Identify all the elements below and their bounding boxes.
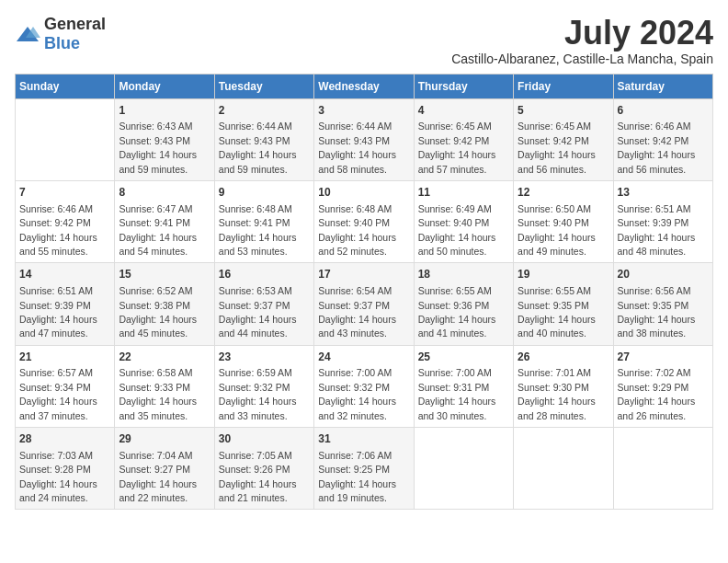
day-info: Sunrise: 7:03 AM Sunset: 9:28 PM Dayligh…	[19, 450, 97, 503]
day-info: Sunrise: 6:45 AM Sunset: 9:42 PM Dayligh…	[418, 121, 496, 174]
calendar-cell: 6Sunrise: 6:46 AM Sunset: 9:42 PM Daylig…	[613, 98, 712, 180]
day-number: 9	[219, 185, 310, 201]
day-number: 1	[119, 103, 210, 119]
day-info: Sunrise: 7:04 AM Sunset: 9:27 PM Dayligh…	[119, 450, 197, 503]
day-info: Sunrise: 6:44 AM Sunset: 9:43 PM Dayligh…	[219, 121, 297, 174]
logo-icon	[15, 25, 40, 43]
calendar-cell: 5Sunrise: 6:45 AM Sunset: 9:42 PM Daylig…	[514, 98, 613, 180]
calendar-cell	[514, 428, 613, 510]
day-info: Sunrise: 6:55 AM Sunset: 9:36 PM Dayligh…	[418, 285, 496, 339]
day-number: 30	[219, 431, 310, 447]
day-info: Sunrise: 6:56 AM Sunset: 9:35 PM Dayligh…	[618, 285, 696, 339]
day-number: 18	[418, 267, 509, 282]
column-header-tuesday: Tuesday	[214, 74, 313, 98]
day-number: 23	[219, 350, 310, 365]
day-info: Sunrise: 7:06 AM Sunset: 9:25 PM Dayligh…	[318, 450, 396, 503]
day-info: Sunrise: 6:59 AM Sunset: 9:32 PM Dayligh…	[219, 367, 297, 420]
day-number: 10	[318, 185, 409, 201]
logo-general: General	[44, 15, 106, 33]
day-number: 29	[119, 431, 210, 447]
header: General Blue July 2024 Castillo-Albarane…	[15, 15, 713, 66]
day-info: Sunrise: 6:48 AM Sunset: 9:41 PM Dayligh…	[219, 203, 297, 257]
column-header-thursday: Thursday	[414, 74, 513, 98]
day-info: Sunrise: 6:51 AM Sunset: 9:39 PM Dayligh…	[19, 285, 97, 339]
day-number: 26	[518, 350, 609, 365]
day-number: 27	[618, 350, 709, 365]
day-number: 4	[418, 103, 509, 119]
calendar-cell: 12Sunrise: 6:50 AM Sunset: 9:40 PM Dayli…	[514, 180, 613, 262]
day-info: Sunrise: 6:50 AM Sunset: 9:40 PM Dayligh…	[518, 203, 596, 257]
calendar-cell: 13Sunrise: 6:51 AM Sunset: 9:39 PM Dayli…	[613, 180, 712, 262]
day-number: 31	[318, 431, 409, 447]
day-info: Sunrise: 6:53 AM Sunset: 9:37 PM Dayligh…	[219, 285, 297, 339]
day-number: 11	[418, 185, 509, 201]
calendar-cell: 21Sunrise: 6:57 AM Sunset: 9:34 PM Dayli…	[16, 345, 115, 427]
day-info: Sunrise: 6:57 AM Sunset: 9:34 PM Dayligh…	[19, 367, 97, 420]
day-number: 20	[618, 267, 709, 282]
day-info: Sunrise: 7:02 AM Sunset: 9:29 PM Dayligh…	[618, 367, 696, 420]
day-number: 19	[518, 267, 609, 282]
day-info: Sunrise: 6:48 AM Sunset: 9:40 PM Dayligh…	[318, 203, 396, 257]
main-title: July 2024	[451, 15, 713, 52]
day-number: 12	[518, 185, 609, 201]
day-info: Sunrise: 6:46 AM Sunset: 9:42 PM Dayligh…	[19, 203, 97, 257]
calendar-cell	[414, 428, 513, 510]
week-row-2: 7Sunrise: 6:46 AM Sunset: 9:42 PM Daylig…	[16, 180, 713, 262]
day-info: Sunrise: 6:58 AM Sunset: 9:33 PM Dayligh…	[119, 367, 197, 420]
calendar-cell: 31Sunrise: 7:06 AM Sunset: 9:25 PM Dayli…	[314, 428, 414, 510]
week-row-3: 14Sunrise: 6:51 AM Sunset: 9:39 PM Dayli…	[16, 263, 713, 345]
day-info: Sunrise: 6:44 AM Sunset: 9:43 PM Dayligh…	[318, 121, 396, 174]
column-header-saturday: Saturday	[613, 74, 712, 98]
day-number: 22	[119, 350, 210, 365]
day-number: 3	[318, 103, 409, 119]
day-number: 24	[318, 350, 409, 365]
day-number: 6	[618, 103, 709, 119]
day-info: Sunrise: 7:05 AM Sunset: 9:26 PM Dayligh…	[219, 450, 297, 503]
day-number: 7	[19, 185, 110, 201]
day-number: 25	[418, 350, 509, 365]
calendar-cell: 20Sunrise: 6:56 AM Sunset: 9:35 PM Dayli…	[613, 263, 712, 345]
day-info: Sunrise: 6:46 AM Sunset: 9:42 PM Dayligh…	[618, 121, 696, 174]
day-number: 2	[219, 103, 310, 119]
calendar-cell: 15Sunrise: 6:52 AM Sunset: 9:38 PM Dayli…	[115, 263, 214, 345]
day-info: Sunrise: 6:49 AM Sunset: 9:40 PM Dayligh…	[418, 203, 496, 257]
day-number: 13	[618, 185, 709, 201]
calendar-cell: 26Sunrise: 7:01 AM Sunset: 9:30 PM Dayli…	[514, 345, 613, 427]
calendar-cell: 24Sunrise: 7:00 AM Sunset: 9:32 PM Dayli…	[314, 345, 414, 427]
calendar-cell: 19Sunrise: 6:55 AM Sunset: 9:35 PM Dayli…	[514, 263, 613, 345]
calendar-cell: 27Sunrise: 7:02 AM Sunset: 9:29 PM Dayli…	[613, 345, 712, 427]
column-header-wednesday: Wednesday	[314, 74, 414, 98]
title-block: July 2024 Castillo-Albaranez, Castille-L…	[451, 15, 713, 66]
day-number: 28	[19, 431, 110, 447]
day-number: 8	[119, 185, 210, 201]
subtitle: Castillo-Albaranez, Castille-La Mancha, …	[451, 52, 713, 66]
day-number: 14	[19, 267, 110, 282]
calendar-cell: 25Sunrise: 7:00 AM Sunset: 9:31 PM Dayli…	[414, 345, 513, 427]
day-info: Sunrise: 6:52 AM Sunset: 9:38 PM Dayligh…	[119, 285, 197, 339]
calendar-cell: 2Sunrise: 6:44 AM Sunset: 9:43 PM Daylig…	[214, 98, 313, 180]
calendar-cell: 14Sunrise: 6:51 AM Sunset: 9:39 PM Dayli…	[16, 263, 115, 345]
calendar-cell: 10Sunrise: 6:48 AM Sunset: 9:40 PM Dayli…	[314, 180, 414, 262]
calendar-cell: 23Sunrise: 6:59 AM Sunset: 9:32 PM Dayli…	[214, 345, 313, 427]
calendar-cell: 30Sunrise: 7:05 AM Sunset: 9:26 PM Dayli…	[214, 428, 313, 510]
logo-blue: Blue	[44, 34, 80, 52]
day-info: Sunrise: 7:00 AM Sunset: 9:31 PM Dayligh…	[418, 367, 496, 420]
day-info: Sunrise: 7:00 AM Sunset: 9:32 PM Dayligh…	[318, 367, 396, 420]
calendar-table: SundayMondayTuesdayWednesdayThursdayFrid…	[15, 74, 713, 511]
calendar-cell	[16, 98, 115, 180]
column-header-monday: Monday	[115, 74, 214, 98]
calendar-cell: 22Sunrise: 6:58 AM Sunset: 9:33 PM Dayli…	[115, 345, 214, 427]
calendar-cell: 8Sunrise: 6:47 AM Sunset: 9:41 PM Daylig…	[115, 180, 214, 262]
day-info: Sunrise: 6:43 AM Sunset: 9:43 PM Dayligh…	[119, 121, 197, 174]
day-info: Sunrise: 6:51 AM Sunset: 9:39 PM Dayligh…	[618, 203, 696, 257]
day-number: 16	[219, 267, 310, 282]
calendar-cell: 1Sunrise: 6:43 AM Sunset: 9:43 PM Daylig…	[115, 98, 214, 180]
week-row-1: 1Sunrise: 6:43 AM Sunset: 9:43 PM Daylig…	[16, 98, 713, 180]
day-number: 5	[518, 103, 609, 119]
calendar-cell: 16Sunrise: 6:53 AM Sunset: 9:37 PM Dayli…	[214, 263, 313, 345]
day-number: 17	[318, 267, 409, 282]
column-header-sunday: Sunday	[16, 74, 115, 98]
calendar-cell: 28Sunrise: 7:03 AM Sunset: 9:28 PM Dayli…	[16, 428, 115, 510]
day-info: Sunrise: 6:47 AM Sunset: 9:41 PM Dayligh…	[119, 203, 197, 257]
day-number: 15	[119, 267, 210, 282]
